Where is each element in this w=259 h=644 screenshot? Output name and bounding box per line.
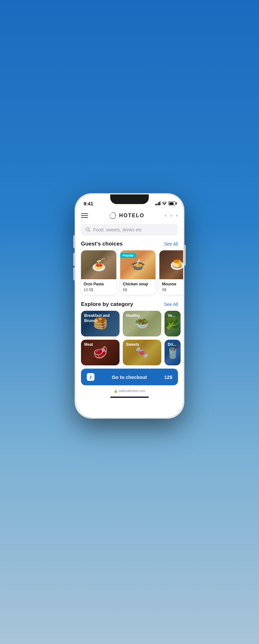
food-card-chicken[interactable]: Popular Chicken soup 6$	[120, 250, 156, 295]
category-drinks-label: Dri...	[168, 342, 176, 347]
category-meat[interactable]: Meat	[81, 340, 120, 365]
food-card-mousse-info: Mousse 9$	[159, 279, 183, 295]
food-card-orzo-info: Orzo Pasta 10.5$	[81, 279, 116, 295]
category-meat-label: Meat	[84, 342, 93, 347]
checkout-label: Go to checkout	[112, 374, 147, 380]
category-healthy-label: Healthy	[126, 313, 140, 318]
food-card-mousse-image	[159, 250, 183, 279]
food-card-chicken-price: 6$	[123, 288, 153, 292]
guests-choices-list[interactable]: Orzo Pasta 10.5$ Popular Chicken so	[76, 250, 183, 300]
category-drinks-partial[interactable]: Dri...	[165, 340, 181, 365]
explore-category-see-all[interactable]: See All	[164, 302, 178, 307]
food-card-mousse-name: Mousse	[162, 282, 183, 286]
food-card-chicken-name: Chicken soup	[123, 282, 153, 286]
svg-point-9	[110, 217, 111, 218]
signal-icon	[155, 201, 161, 205]
category-healthy[interactable]: Healthy	[123, 311, 161, 336]
svg-point-1	[112, 212, 113, 213]
svg-point-0	[110, 212, 116, 219]
search-icon	[85, 227, 91, 232]
search-bar[interactable]: Food, sweets, drinks etc	[81, 224, 178, 236]
logo-text: HOTELO	[119, 213, 145, 219]
food-card-orzo-image	[81, 250, 116, 279]
category-breakfast-label: Breakfast andBrunch	[84, 313, 110, 323]
guests-choices-title: Guest's choices	[81, 241, 123, 247]
phone-mockup: 9:41	[75, 193, 184, 418]
status-icons	[155, 201, 176, 205]
food-card-orzo[interactable]: Orzo Pasta 10.5$	[81, 250, 116, 295]
svg-point-12	[111, 213, 112, 213]
battery-icon	[168, 201, 175, 205]
logo-icon	[108, 211, 117, 220]
checkout-bar[interactable]: 2 Go to checkout 12$	[81, 369, 178, 385]
status-time: 9:41	[84, 201, 93, 206]
footer-url: 🔒 eatlocalhotelo.com	[76, 389, 183, 395]
checkout-count: 2	[87, 373, 94, 381]
guests-choices-see-all[interactable]: See All	[164, 241, 178, 246]
svg-line-14	[89, 231, 90, 232]
svg-point-8	[111, 218, 112, 219]
category-sweets-label: Sweets	[126, 342, 139, 347]
nav-icons	[165, 215, 178, 217]
svg-point-2	[114, 213, 115, 214]
app-content[interactable]: HOTELO Food, s	[76, 209, 183, 417]
svg-point-11	[110, 214, 111, 214]
category-veg-partial[interactable]: Ve...	[165, 311, 181, 336]
app-header: HOTELO	[76, 209, 183, 223]
category-row-1: Breakfast andBrunch Healthy Ve...	[76, 311, 183, 340]
logo-area: HOTELO	[108, 211, 145, 220]
food-card-chicken-image: Popular	[120, 250, 156, 279]
explore-category-title: Explore by category	[81, 301, 133, 308]
svg-point-4	[115, 215, 116, 216]
menu-button[interactable]	[81, 213, 88, 218]
phone-inner: 9:41	[76, 194, 183, 417]
notch	[110, 194, 149, 204]
svg-point-7	[112, 218, 113, 219]
category-row-2: Meat Sweets Dri...	[76, 340, 183, 369]
svg-point-6	[114, 218, 115, 219]
svg-point-3	[115, 214, 116, 215]
svg-point-10	[110, 215, 110, 216]
category-breakfast[interactable]: Breakfast andBrunch	[81, 311, 120, 336]
home-indicator	[110, 397, 149, 398]
search-placeholder-text: Food, sweets, drinks etc	[93, 227, 142, 232]
explore-category-header: Explore by category See All	[76, 300, 183, 311]
food-card-orzo-price: 10.5$	[84, 288, 114, 292]
food-card-mousse-price: 9$	[162, 288, 183, 292]
popular-badge: Popular	[120, 253, 136, 258]
screen: 9:41	[76, 194, 183, 417]
wifi-icon	[162, 202, 167, 205]
checkout-price: 12$	[164, 374, 172, 380]
food-card-chicken-info: Chicken soup 6$	[120, 279, 156, 295]
guests-choices-header: Guest's choices See All	[76, 239, 183, 250]
svg-point-5	[115, 217, 116, 218]
food-card-orzo-name: Orzo Pasta	[84, 282, 114, 286]
food-card-mousse[interactable]: Mousse 9$	[159, 250, 183, 295]
category-sweets[interactable]: Sweets	[123, 340, 161, 365]
category-veg-label: Ve...	[168, 313, 175, 318]
phone-outer: 9:41	[75, 193, 184, 418]
